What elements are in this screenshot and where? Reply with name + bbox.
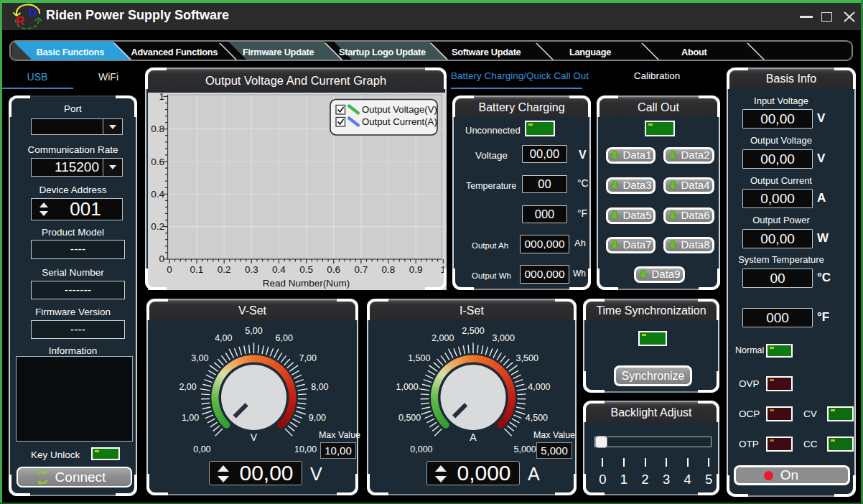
svg-text:1,500: 1,500 bbox=[408, 353, 430, 363]
svg-text:1,00: 1,00 bbox=[182, 413, 199, 423]
svg-text:0,500: 0,500 bbox=[398, 413, 421, 423]
svg-text:Output Voltage(V): Output Voltage(V) bbox=[362, 104, 437, 115]
svg-text:A: A bbox=[470, 431, 477, 443]
svg-text:V: V bbox=[251, 431, 258, 443]
svg-text:2,500: 2,500 bbox=[462, 326, 484, 336]
svg-text:0.2: 0.2 bbox=[151, 221, 164, 232]
svg-text:0: 0 bbox=[167, 264, 172, 275]
svg-text:5,000: 5,000 bbox=[513, 444, 536, 454]
svg-text:0.2: 0.2 bbox=[218, 264, 231, 275]
svg-text:2,00: 2,00 bbox=[179, 382, 196, 392]
svg-text:Read Number(Num): Read Number(Num) bbox=[263, 278, 350, 289]
svg-text:1: 1 bbox=[159, 91, 164, 102]
svg-text:4,00: 4,00 bbox=[215, 333, 232, 343]
svg-text:D: D bbox=[29, 6, 37, 19]
svg-text:Output Current(A): Output Current(A) bbox=[362, 116, 437, 127]
svg-text:1,000: 1,000 bbox=[396, 382, 418, 392]
svg-text:0,000: 0,000 bbox=[410, 444, 432, 454]
svg-text:0.6: 0.6 bbox=[151, 157, 164, 167]
svg-text:0.8: 0.8 bbox=[151, 123, 164, 134]
svg-text:9,00: 9,00 bbox=[309, 413, 326, 423]
svg-text:0.4: 0.4 bbox=[151, 189, 164, 200]
svg-text:7,00: 7,00 bbox=[299, 353, 317, 363]
svg-text:8,00: 8,00 bbox=[311, 382, 328, 392]
svg-text:3,000: 3,000 bbox=[493, 333, 515, 343]
svg-text:4,000: 4,000 bbox=[528, 382, 550, 392]
svg-text:6,00: 6,00 bbox=[276, 333, 293, 343]
svg-text:0.8: 0.8 bbox=[382, 264, 396, 275]
svg-text:5,00: 5,00 bbox=[245, 326, 262, 336]
svg-text:0.9: 0.9 bbox=[409, 264, 423, 275]
svg-text:0.4: 0.4 bbox=[272, 264, 286, 275]
svg-text:0: 0 bbox=[159, 253, 164, 264]
svg-text:0.6: 0.6 bbox=[327, 264, 340, 275]
svg-text:0,00: 0,00 bbox=[193, 444, 210, 454]
svg-text:2,000: 2,000 bbox=[432, 333, 454, 343]
svg-text:0.7: 0.7 bbox=[355, 264, 368, 275]
svg-text:0.3: 0.3 bbox=[245, 264, 258, 275]
svg-text:10,00: 10,00 bbox=[294, 444, 317, 454]
svg-text:0.5: 0.5 bbox=[299, 264, 313, 275]
svg-text:4,500: 4,500 bbox=[526, 413, 548, 423]
svg-text:3,500: 3,500 bbox=[516, 353, 538, 363]
svg-text:0.1: 0.1 bbox=[190, 264, 204, 275]
svg-text:R: R bbox=[16, 14, 24, 28]
svg-text:3,00: 3,00 bbox=[191, 353, 208, 363]
